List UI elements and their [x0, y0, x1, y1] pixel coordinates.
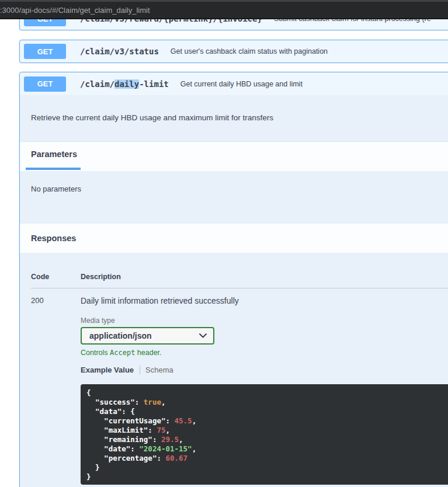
- response-description: Daily limit information retrieved succes…: [81, 296, 448, 305]
- tab-parameters[interactable]: Parameters: [31, 149, 77, 159]
- parameters-tab-header: Parameters: [20, 141, 448, 171]
- parameters-body: No parameters: [20, 171, 448, 224]
- responses-title: Responses: [31, 234, 76, 243]
- tab-example-value[interactable]: Example Value: [81, 366, 134, 374]
- browser-url-bar: :3000/api-docs/#/Claim/get_claim_daily_l…: [0, 0, 448, 19]
- tab-schema[interactable]: Schema: [145, 366, 173, 374]
- endpoint-description: Get user's cashback claim status with pa…: [171, 47, 328, 55]
- tab-divider: [140, 366, 140, 374]
- endpoint-summary-daily-limit[interactable]: GET /claim/daily-limit Get current daily…: [20, 72, 448, 95]
- response-code: 200: [31, 296, 81, 485]
- path-suffix: -limit: [139, 79, 169, 89]
- opblock-get-claim-v3-status: GET /claim/v3/status Get user's cashback…: [19, 40, 448, 63]
- path-search-highlight: daily: [114, 79, 139, 89]
- browser-url-text: :3000/api-docs/#/Claim/get_claim_daily_l…: [0, 6, 150, 15]
- endpoint-path: /claim/daily-limit: [80, 79, 169, 89]
- response-detail: Daily limit information retrieved succes…: [81, 296, 448, 485]
- controls-prefix: Controls: [81, 349, 110, 357]
- code-column-header: Code: [31, 273, 81, 281]
- operation-description: Retrieve the current daily HBD usage and…: [20, 95, 448, 141]
- no-parameters-text: No parameters: [31, 185, 81, 193]
- response-row-200: 200 Daily limit information retrieved su…: [31, 288, 448, 485]
- controls-accept-note: Controls Accept header.: [81, 349, 448, 357]
- chevron-down-icon: [199, 333, 207, 338]
- responses-table-header: Code Description: [31, 273, 448, 288]
- active-tab-underline: [26, 168, 81, 170]
- responses-section-header: Responses: [20, 224, 448, 253]
- media-type-value: application/json: [89, 331, 152, 340]
- example-json-code[interactable]: { "success": true, "data": { "currentUsa…: [81, 384, 448, 485]
- media-type-label: Media type: [81, 316, 448, 325]
- media-type-select[interactable]: application/json: [81, 327, 214, 345]
- endpoint-path: /claim/v3/status: [80, 47, 159, 56]
- description-column-header: Description: [81, 273, 121, 281]
- opblock-get-claim-daily-limit: GET /claim/daily-limit Get current daily…: [19, 72, 448, 487]
- endpoint-summary-status[interactable]: GET /claim/v3/status Get user's cashback…: [20, 40, 448, 62]
- path-prefix: /claim/: [80, 79, 114, 89]
- accept-header-code: Accept: [110, 349, 135, 357]
- get-method-badge: GET: [24, 44, 66, 59]
- responses-body: Code Description 200 Daily limit informa…: [20, 253, 448, 487]
- endpoint-description: Get current daily HBD usage and limit: [180, 80, 303, 88]
- get-method-badge: GET: [24, 76, 66, 92]
- model-example-tabs: Example Value Schema: [81, 366, 448, 374]
- controls-suffix: header.: [135, 349, 161, 357]
